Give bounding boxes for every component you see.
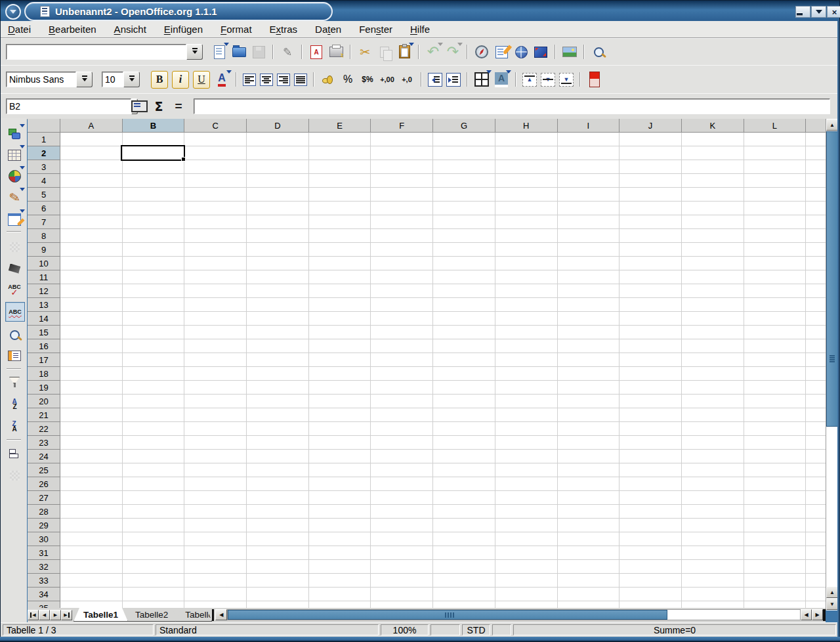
cell-G3[interactable]: [433, 160, 495, 174]
cell-I22[interactable]: [558, 422, 620, 436]
cell-partial-13[interactable]: [806, 298, 826, 312]
cell-partial-19[interactable]: [806, 381, 826, 395]
cell-partial-7[interactable]: [806, 215, 826, 229]
cell-L17[interactable]: [744, 353, 807, 367]
cell-F12[interactable]: [371, 284, 433, 298]
cell-J28[interactable]: [620, 505, 682, 519]
cell-K27[interactable]: [682, 491, 744, 505]
open-button[interactable]: [230, 43, 247, 60]
cell-H3[interactable]: [495, 160, 558, 174]
copy-button[interactable]: [376, 43, 393, 60]
cell-L23[interactable]: [744, 436, 807, 450]
cell-L16[interactable]: [744, 339, 807, 353]
cell-L13[interactable]: [744, 298, 807, 312]
column-header-partial[interactable]: [806, 119, 826, 133]
cell-B3[interactable]: [123, 160, 185, 174]
cell-D11[interactable]: [247, 270, 309, 284]
url-dropdown-button[interactable]: [186, 44, 203, 60]
new-document-button[interactable]: [211, 43, 228, 60]
cell-H20[interactable]: [495, 395, 558, 408]
minimize-button[interactable]: [795, 6, 810, 18]
cell-H17[interactable]: [495, 353, 558, 367]
cell-E8[interactable]: [309, 229, 371, 243]
cell-E7[interactable]: [309, 215, 371, 229]
cell-G15[interactable]: [433, 326, 495, 339]
cell-K6[interactable]: [682, 202, 744, 215]
cell-L5[interactable]: [744, 188, 807, 202]
cell-B21[interactable]: [123, 408, 185, 422]
align-left-button[interactable]: [243, 74, 256, 86]
cell-A21[interactable]: [60, 408, 123, 422]
undo-button[interactable]: ↶: [425, 43, 442, 60]
align-top-button[interactable]: ▲: [522, 73, 537, 87]
cell-J26[interactable]: [620, 477, 682, 491]
cell-H21[interactable]: [495, 408, 558, 422]
cell-K31[interactable]: [682, 546, 744, 560]
cell-G14[interactable]: [433, 312, 495, 326]
menu-item-fenster[interactable]: Fenster: [359, 24, 392, 35]
cell-K12[interactable]: [682, 284, 744, 298]
cell-G34[interactable]: [433, 588, 495, 601]
cell-C33[interactable]: [184, 574, 247, 588]
cell-K1[interactable]: [682, 133, 744, 146]
cell-I10[interactable]: [558, 257, 620, 270]
cell-D18[interactable]: [247, 367, 309, 381]
print-button[interactable]: [327, 43, 345, 60]
cell-E1[interactable]: [309, 133, 371, 146]
cell-F23[interactable]: [371, 436, 433, 450]
cell-I23[interactable]: [558, 436, 620, 450]
cell-D30[interactable]: [247, 532, 309, 546]
cell-L33[interactable]: [744, 574, 807, 588]
cell-E34[interactable]: [309, 588, 371, 601]
cell-F33[interactable]: [371, 574, 433, 588]
cell-G24[interactable]: [433, 450, 495, 463]
cell-H2[interactable]: [495, 146, 558, 160]
vertical-scrollbar[interactable]: ▲ ▲ ▼: [826, 119, 837, 610]
cell-B16[interactable]: [123, 339, 185, 353]
font-name-combobox[interactable]: [6, 72, 93, 87]
cell-A15[interactable]: [60, 326, 123, 339]
row-header-26[interactable]: 26: [28, 477, 60, 491]
cell-A16[interactable]: [60, 339, 123, 353]
column-header-H[interactable]: H: [495, 119, 558, 133]
scrollbar-splitter[interactable]: [823, 609, 826, 621]
cell-L2[interactable]: [744, 146, 807, 160]
font-color-button[interactable]: A: [213, 71, 230, 88]
cell-C20[interactable]: [184, 395, 247, 408]
cell-J24[interactable]: [620, 450, 682, 463]
cell-J11[interactable]: [620, 270, 682, 284]
cell-C5[interactable]: [184, 188, 247, 202]
cell-C18[interactable]: [184, 367, 247, 381]
cell-J5[interactable]: [620, 188, 682, 202]
decrease-indent-button[interactable]: [428, 73, 442, 87]
cell-K15[interactable]: [682, 326, 744, 339]
increase-indent-button[interactable]: [446, 73, 461, 87]
cell-partial-3[interactable]: [806, 160, 826, 174]
cell-G25[interactable]: [433, 463, 495, 477]
row-header-24[interactable]: 24: [28, 450, 60, 463]
number-standard-button[interactable]: $%: [359, 71, 376, 88]
cell-D19[interactable]: [247, 381, 309, 395]
cell-E11[interactable]: [309, 270, 371, 284]
cell-G7[interactable]: [433, 215, 495, 229]
cell-G20[interactable]: [433, 395, 495, 408]
cell-C19[interactable]: [184, 381, 247, 395]
cell-I21[interactable]: [558, 408, 620, 422]
cell-H30[interactable]: [495, 532, 558, 546]
cell-K7[interactable]: [682, 215, 744, 229]
cell-J19[interactable]: [620, 381, 682, 395]
cell-A33[interactable]: [60, 574, 123, 588]
borders-button[interactable]: [473, 71, 490, 88]
cell-B23[interactable]: [123, 436, 185, 450]
spellcheck-button[interactable]: ABC✓: [5, 280, 24, 299]
cell-C17[interactable]: [184, 353, 247, 367]
cell-K11[interactable]: [682, 270, 744, 284]
scroll-up-button-bottom[interactable]: ▲: [826, 586, 838, 598]
cell-J13[interactable]: [620, 298, 682, 312]
cell-E31[interactable]: [309, 546, 371, 560]
cell-A1[interactable]: [60, 133, 123, 146]
cell-I12[interactable]: [558, 284, 620, 298]
row-header-8[interactable]: 8: [28, 229, 60, 243]
cell-partial-18[interactable]: [806, 367, 826, 381]
cell-F4[interactable]: [371, 174, 433, 188]
